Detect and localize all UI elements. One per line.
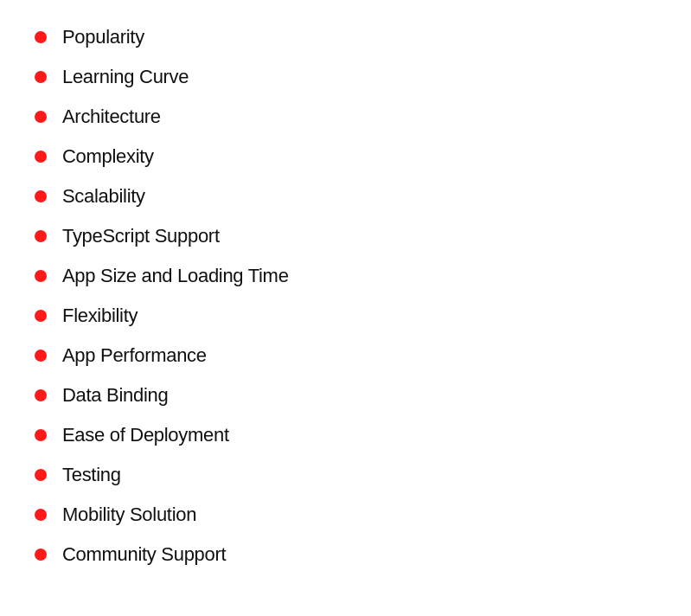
list-item-ease-of-deployment: Ease of Deployment [35,415,656,455]
bullet-community-support [35,549,47,561]
label-testing: Testing [62,464,121,486]
label-app-performance: App Performance [62,344,207,367]
label-app-size-loading-time: App Size and Loading Time [62,265,289,287]
bullet-architecture [35,111,47,123]
bullet-scalability [35,190,47,202]
list-item-flexibility: Flexibility [35,296,656,336]
list-item-testing: Testing [35,455,656,495]
list-item-app-performance: App Performance [35,336,656,375]
bullet-complexity [35,151,47,163]
bullet-testing [35,469,47,481]
bullet-app-performance [35,350,47,362]
list-item-learning-curve: Learning Curve [35,57,656,97]
label-ease-of-deployment: Ease of Deployment [62,424,229,446]
list-item-scalability: Scalability [35,176,656,216]
list-item-typescript-support: TypeScript Support [35,216,656,256]
label-complexity: Complexity [62,145,154,168]
label-flexibility: Flexibility [62,305,138,327]
label-scalability: Scalability [62,185,145,208]
label-learning-curve: Learning Curve [62,66,189,88]
list-item-mobility-solution: Mobility Solution [35,495,656,535]
label-community-support: Community Support [62,543,226,566]
label-mobility-solution: Mobility Solution [62,504,196,526]
list-item-popularity: Popularity [35,17,656,57]
bullet-popularity [35,31,47,43]
label-popularity: Popularity [62,26,144,48]
bullet-ease-of-deployment [35,429,47,441]
criteria-list: PopularityLearning CurveArchitectureComp… [17,9,674,583]
list-item-app-size-loading-time: App Size and Loading Time [35,256,656,296]
bullet-flexibility [35,310,47,322]
list-item-data-binding: Data Binding [35,375,656,415]
bullet-app-size-loading-time [35,270,47,282]
label-typescript-support: TypeScript Support [62,225,220,247]
list-item-community-support: Community Support [35,535,656,574]
label-architecture: Architecture [62,106,161,128]
list-item-architecture: Architecture [35,97,656,137]
label-data-binding: Data Binding [62,384,168,407]
list-item-complexity: Complexity [35,137,656,176]
bullet-mobility-solution [35,509,47,521]
bullet-data-binding [35,389,47,401]
bullet-typescript-support [35,230,47,242]
bullet-learning-curve [35,71,47,83]
